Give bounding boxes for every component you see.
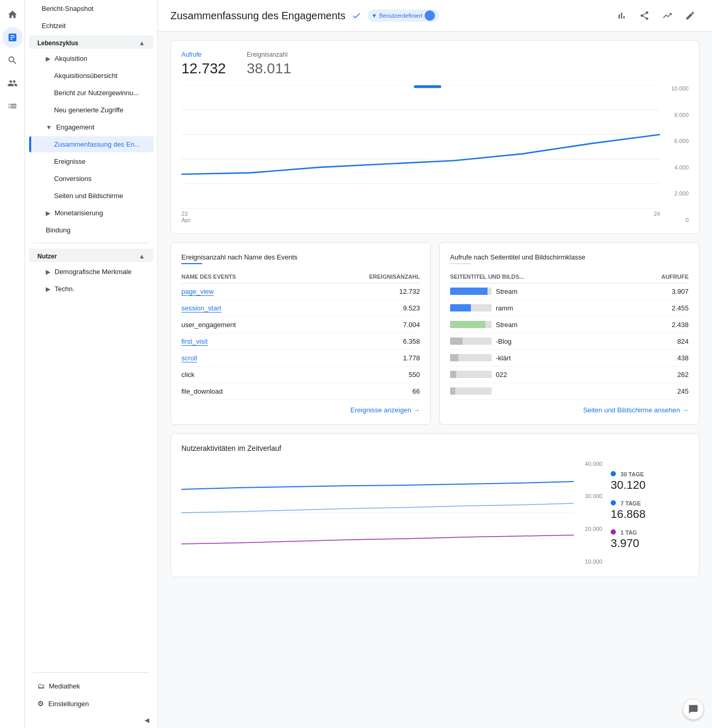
header-actions [612, 6, 700, 25]
table-row: ramm2.455 [450, 300, 689, 316]
section-nutzer[interactable]: Nutzer ▲ [29, 249, 153, 262]
pages-table-footer: Seiten und Bildschirme ansehen → [450, 406, 689, 414]
legend-dot-1 [611, 529, 616, 535]
pages-table-title: Aufrufe nach Seitentitel und Bildschirmk… [450, 253, 689, 261]
sidebar-item-label: Bericht-Snapshot [42, 5, 94, 12]
page-title: Zusammenfassung des Engagements [170, 10, 346, 22]
edit-button[interactable] [681, 6, 700, 25]
sidebar-item-techn[interactable]: ▶ Techn. [29, 281, 153, 297]
metrics-row: Aufrufe 12.732 Ereignisanzahl 38.011 [181, 51, 689, 77]
sidebar-item-snapshot[interactable]: Bericht-Snapshot [29, 1, 153, 17]
chart-y-labels: 10.000 8.000 6.000 4.000 2.000 0 [663, 85, 689, 223]
table-row: -Blog824 [450, 333, 689, 349]
table-row: first_visit6.358 [181, 333, 420, 349]
metric-aufrufe: Aufrufe 12.732 [181, 51, 226, 77]
sidebar-item-zusammenfassung[interactable]: Zusammenfassung des En... [29, 136, 153, 152]
chat-button[interactable] [683, 699, 704, 720]
events-data-table: NAME DES EVENTS EREIGNISANZAHL page_view… [181, 270, 420, 400]
chevron-right-icon3: ▶ [46, 268, 50, 276]
table-row: file_download66 [181, 383, 420, 399]
events-title-underline [181, 263, 202, 264]
pages-title-underline [450, 263, 471, 264]
sidebar-item-demografisch[interactable]: ▶ Demografische Merkmale [29, 264, 153, 280]
sidebar-item-bindung[interactable]: Bindung [29, 222, 153, 238]
bottom-chart-legend: 30 TAGE 30.120 7 TAGE 16.868 [611, 461, 689, 566]
sidebar-item-label: Echtzeit [42, 22, 65, 30]
verified-badge [352, 11, 361, 20]
metric-ereignisanzahl: Ereignisanzahl 38.011 [247, 51, 292, 77]
header-left: Zusammenfassung des Engagements ▼ Benutz… [170, 9, 439, 22]
audience-nav-item[interactable] [2, 73, 23, 94]
sidebar-item-seiten[interactable]: Seiten und Bildschirme [29, 188, 153, 204]
bottom-chart-svg-area: 40.000 30.000 20.000 10.000 [181, 461, 602, 566]
avatar-placeholder [425, 10, 435, 21]
legend-7-tage: 7 TAGE 16.868 [611, 500, 689, 521]
events-show-link[interactable]: Ereignisse anzeigen → [350, 406, 420, 414]
share-button[interactable] [635, 6, 654, 25]
pages-table-card: Aufrufe nach Seitentitel und Bildschirmk… [439, 242, 700, 425]
table-row: 245 [450, 383, 689, 399]
chevron-down-icon3: ▼ [372, 12, 377, 19]
sidebar-item-akquisitionsuebersicht[interactable]: Akquisitionsübersicht [29, 68, 153, 84]
explore-nav-item[interactable] [2, 50, 23, 71]
chevron-up-icon: ▲ [139, 40, 145, 47]
sidebar-item-echtzeit[interactable]: Echtzeit [29, 18, 153, 34]
pages-show-link[interactable]: Seiten und Bildschirme ansehen → [583, 406, 689, 414]
table-row: Stream3.907 [450, 283, 689, 300]
custom-badge[interactable]: ▼ Benutzerdefiniert [367, 9, 439, 22]
legend-dot-30 [611, 471, 616, 476]
home-nav-item[interactable] [2, 4, 23, 25]
reports-nav-item[interactable] [2, 27, 23, 48]
events-table-card: Ereignisanzahl nach Name des Events NAME… [170, 242, 431, 425]
gear-icon: ⚙ [37, 699, 44, 708]
top-chart-card: Aufrufe 12.732 Ereignisanzahl 38.011 [170, 40, 700, 234]
bottom-chart-svg [181, 461, 574, 565]
events-col-name: NAME DES EVENTS [181, 270, 305, 283]
sidebar-divider2 [33, 672, 149, 673]
table-row: Stream2.438 [450, 316, 689, 333]
content-area: Aufrufe 12.732 Ereignisanzahl 38.011 [158, 32, 712, 728]
table-row: click550 [181, 366, 420, 383]
icon-rail [0, 0, 25, 728]
sidebar-item-nutzergewinnung[interactable]: Bericht zur Nutzergewinnu... [29, 85, 153, 101]
pages-col-views: AUFRUFE [624, 270, 689, 283]
events-table-title: Ereignisanzahl nach Name des Events [181, 253, 420, 261]
sidebar: Bericht-Snapshot Echtzeit Lebenszyklus ▲… [25, 0, 158, 728]
bottom-chart-title: Nutzeraktivitäten im Zeitverlauf [181, 444, 689, 452]
bottom-chart-card: Nutzeraktivitäten im Zeitverlauf [170, 433, 700, 577]
chevron-up-icon2: ▲ [139, 253, 145, 260]
pages-col-title: SEITENTITEL UND BILDS... [450, 270, 624, 283]
chevron-right-icon: ▶ [46, 55, 50, 62]
sidebar-divider [33, 243, 149, 243]
table-row: scroll1.778 [181, 349, 420, 366]
pages-data-table: SEITENTITEL UND BILDS... AUFRUFE Stream3… [450, 270, 689, 400]
chevron-right-icon2: ▶ [46, 210, 50, 217]
events-col-count: EREIGNISANZAHL [305, 270, 420, 283]
sidebar-collapse-button[interactable]: ◀ [25, 712, 157, 728]
sidebar-item-zugriffe[interactable]: Neu generierte Zugriffe [29, 102, 153, 118]
legend-1-tag: 1 TAG 3.970 [611, 529, 689, 550]
chart-view-button[interactable] [612, 6, 631, 25]
table-row: page_view12.732 [181, 283, 420, 300]
section-lebenszyklus[interactable]: Lebenszyklus ▲ [29, 35, 153, 49]
sidebar-item-ereignisse[interactable]: Ereignisse [29, 153, 153, 170]
folder-icon: 🗂 [37, 682, 45, 690]
svg-rect-6 [414, 85, 441, 88]
sidebar-item-conversions[interactable]: Conversions [29, 171, 153, 187]
sidebar-item-monetarisierung[interactable]: ▶ Monetarisierung [29, 205, 153, 221]
table-row: -klärt438 [450, 349, 689, 366]
top-chart-svg [181, 85, 660, 209]
table-row: 022262 [450, 366, 689, 383]
events-table-footer: Ereignisse anzeigen → [181, 406, 420, 414]
sidebar-item-mediathek[interactable]: 🗂 Mediathek [29, 678, 153, 694]
top-chart-area: 10.000 8.000 6.000 4.000 2.000 0 23Apr. … [181, 85, 689, 223]
sidebar-item-einstellungen[interactable]: ⚙ Einstellungen [29, 695, 153, 712]
insights-button[interactable] [658, 6, 677, 25]
sidebar-item-akquisition[interactable]: ▶ Akquisition [29, 50, 153, 67]
tables-row: Ereignisanzahl nach Name des Events NAME… [170, 242, 700, 425]
chart-x-labels: 23Apr. 24 [181, 211, 689, 223]
table-row: user_engagement7.004 [181, 316, 420, 333]
legend-dot-7 [611, 500, 616, 505]
list-nav-item[interactable] [2, 96, 23, 116]
sidebar-item-engagement[interactable]: ▼ Engagement [29, 119, 153, 135]
